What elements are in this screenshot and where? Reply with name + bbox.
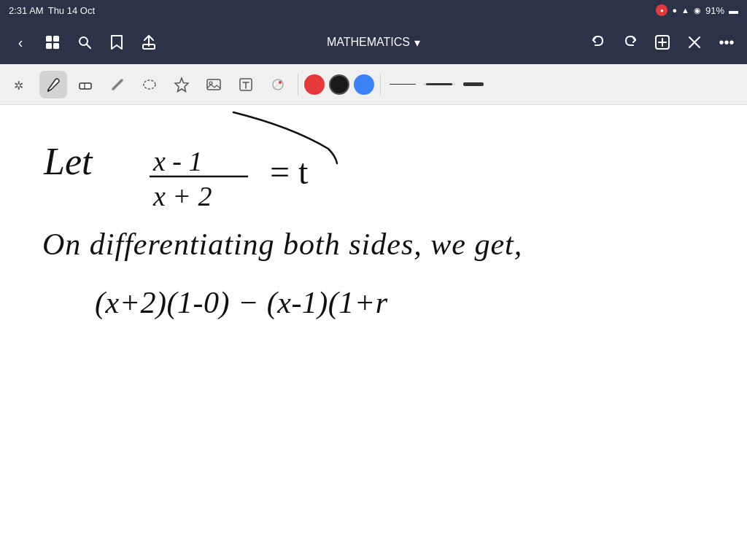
close-button[interactable] bbox=[680, 28, 709, 57]
wireless-icon: ◉ bbox=[694, 6, 701, 15]
svg-text:x - 1: x - 1 bbox=[152, 146, 203, 176]
svg-text:✲: ✲ bbox=[14, 79, 23, 92]
color-red-button[interactable] bbox=[304, 74, 325, 95]
svg-rect-1 bbox=[53, 36, 59, 42]
status-right: ● ● ▲ ◉ 91% ▬ bbox=[656, 4, 738, 16]
select-tool-button[interactable]: ✲ bbox=[7, 71, 35, 98]
lasso-tool-button[interactable] bbox=[136, 71, 163, 98]
color-black-button[interactable] bbox=[329, 74, 349, 95]
shape-tool-button[interactable] bbox=[168, 71, 196, 98]
eraser-tool-button[interactable] bbox=[71, 71, 99, 98]
divider-1 bbox=[298, 74, 298, 96]
battery-percent: 91% bbox=[705, 5, 724, 16]
stroke-thick-button[interactable] bbox=[460, 82, 487, 86]
battery-icon: ▬ bbox=[729, 5, 738, 16]
handwriting-canvas: Let x - 1 x + 2 = t On differentiating b… bbox=[0, 105, 747, 560]
time-display: 2:31 AM bbox=[9, 5, 44, 16]
svg-text:x + 2: x + 2 bbox=[152, 181, 212, 211]
document-title: MATHEMATICS bbox=[327, 36, 410, 49]
more-button[interactable]: ••• bbox=[712, 28, 741, 57]
toolbar-right: ••• bbox=[584, 28, 741, 57]
date-display: Thu 14 Oct bbox=[48, 5, 95, 16]
color-adjust-button[interactable] bbox=[264, 71, 292, 98]
color-blue-button[interactable] bbox=[354, 74, 374, 95]
pen-tool-button[interactable] bbox=[39, 71, 67, 98]
document-title-area[interactable]: MATHEMATICS ▾ bbox=[166, 36, 581, 50]
svg-point-17 bbox=[144, 80, 155, 89]
main-toolbar: ‹ MATHEMATICS ▾ bbox=[0, 20, 747, 64]
redo-button[interactable] bbox=[616, 28, 645, 57]
canvas-area[interactable]: Let x - 1 x + 2 = t On differentiating b… bbox=[0, 105, 747, 560]
signal-icon: ▲ bbox=[681, 6, 689, 15]
svg-rect-19 bbox=[207, 79, 220, 90]
undo-button[interactable] bbox=[584, 28, 613, 57]
svg-text:On  differentiating  both  sid: On differentiating both sides, we get, bbox=[42, 228, 522, 261]
add-page-button[interactable] bbox=[648, 28, 677, 57]
stroke-thin-button[interactable] bbox=[387, 84, 419, 85]
wifi-icon: ● bbox=[672, 6, 677, 15]
back-button[interactable]: ‹ bbox=[6, 28, 35, 57]
svg-marker-18 bbox=[175, 78, 188, 92]
svg-text:(x+2)(1-0) − (x-1)(1+r: (x+2)(1-0) − (x-1)(1+r bbox=[95, 286, 388, 320]
svg-rect-0 bbox=[46, 36, 52, 42]
share-button[interactable] bbox=[134, 28, 163, 57]
bookmark-button[interactable] bbox=[102, 28, 131, 57]
svg-text:= t: = t bbox=[270, 152, 309, 191]
status-left: 2:31 AM Thu 14 Oct bbox=[9, 5, 95, 16]
record-icon: ● bbox=[656, 4, 667, 16]
svg-line-16 bbox=[113, 80, 122, 89]
image-tool-button[interactable] bbox=[200, 71, 228, 98]
text-tool-button[interactable] bbox=[232, 71, 260, 98]
divider-2 bbox=[380, 74, 381, 96]
status-bar: 2:31 AM Thu 14 Oct ● ● ▲ ◉ 91% ▬ bbox=[0, 0, 747, 20]
dropdown-chevron: ▾ bbox=[414, 36, 420, 50]
tool-row: ✲ bbox=[0, 64, 747, 105]
svg-point-26 bbox=[279, 81, 282, 84]
svg-rect-13 bbox=[80, 83, 91, 89]
svg-text:Let: Let bbox=[43, 141, 93, 182]
stroke-medium-button[interactable] bbox=[423, 83, 455, 85]
highlighter-tool-button[interactable] bbox=[104, 71, 131, 98]
search-button[interactable] bbox=[70, 28, 99, 57]
svg-line-5 bbox=[87, 44, 91, 49]
svg-rect-2 bbox=[46, 43, 52, 49]
svg-rect-3 bbox=[53, 43, 59, 49]
grid-button[interactable] bbox=[38, 28, 67, 57]
